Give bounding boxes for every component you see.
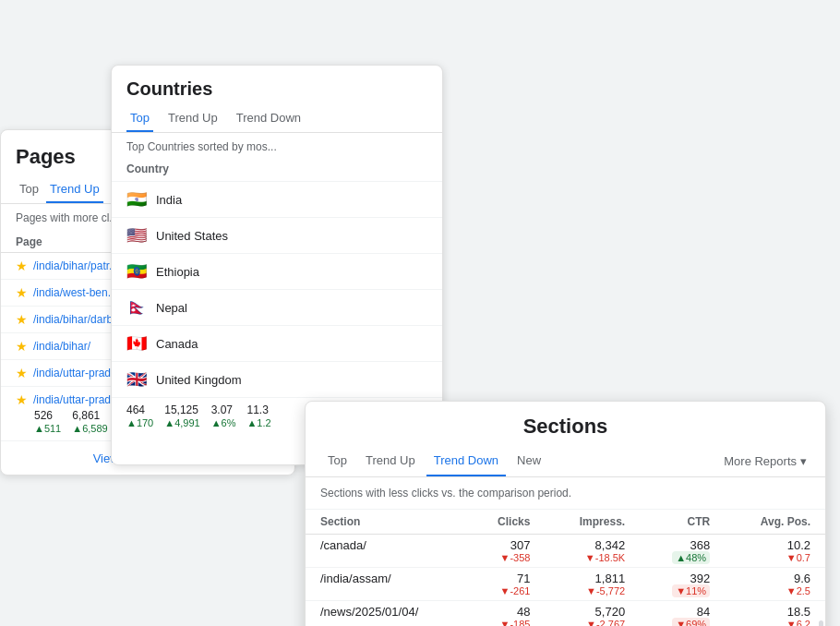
country-name: Nepal bbox=[156, 301, 427, 315]
star-icon: ★ bbox=[16, 392, 28, 407]
sections-tab-trendup[interactable]: Trend Up bbox=[358, 446, 423, 476]
country-name: United States bbox=[156, 229, 427, 243]
sections-table: Section Clicks Impress. CTR Avg. Pos. /c… bbox=[306, 510, 825, 626]
table-row: /news/2025/01/04/ 48 ▼-185 5,720 ▼-2,767… bbox=[306, 601, 825, 627]
countries-tab-top[interactable]: Top bbox=[126, 105, 153, 132]
avgpos-cell: 9.6 ▼2.5 bbox=[725, 568, 825, 601]
list-item: 🇬🇧 United Kingdom bbox=[112, 361, 442, 397]
sections-tab-new[interactable]: New bbox=[510, 446, 548, 476]
sections-title: Sections bbox=[306, 402, 825, 446]
india-flag: 🇮🇳 bbox=[126, 189, 147, 210]
country-name: Canada bbox=[156, 337, 427, 351]
avgpos-cell: 10.2 ▼0.7 bbox=[725, 535, 825, 568]
impress-cell: 8,342 ▼-18.5K bbox=[545, 535, 640, 568]
chevron-down-icon: ▾ bbox=[800, 454, 807, 468]
countries-title: Countries bbox=[112, 66, 442, 105]
table-row: /canada/ 307 ▼-358 8,342 ▼-18.5K 368 ▲48… bbox=[306, 535, 825, 568]
col-impress: Impress. bbox=[545, 510, 640, 535]
clicks-cell: 307 ▼-358 bbox=[466, 535, 545, 568]
ctr-cell: 392 ▼11% bbox=[640, 568, 725, 601]
more-reports-label: More Reports bbox=[724, 454, 797, 468]
more-reports-button[interactable]: More Reports ▾ bbox=[720, 447, 810, 476]
country-name: Ethiopia bbox=[156, 265, 427, 279]
pages-tab-top[interactable]: Top bbox=[16, 176, 42, 203]
countries-subtitle: Top Countries sorted by mos... bbox=[112, 133, 442, 161]
section-cell: /news/2025/01/04/ bbox=[306, 601, 466, 627]
canada-flag: 🇨🇦 bbox=[126, 333, 147, 354]
section-link[interactable]: /news/2025/01/04/ bbox=[320, 605, 451, 619]
list-item: 🇳🇵 Nepal bbox=[112, 289, 442, 325]
ethiopia-flag: 🇪🇹 bbox=[126, 261, 147, 282]
countries-col-header: Country bbox=[112, 161, 442, 181]
star-icon: ★ bbox=[16, 285, 28, 300]
col-clicks: Clicks bbox=[466, 510, 545, 535]
clicks-cell: 48 ▼-185 bbox=[466, 601, 545, 627]
list-item: 🇨🇦 Canada bbox=[112, 325, 442, 361]
sections-subtitle: Sections with less clicks vs. the compar… bbox=[306, 477, 825, 510]
sections-panel: Sections Top Trend Up Trend Down New Mor… bbox=[305, 401, 826, 626]
impress-cell: 5,720 ▼-2,767 bbox=[545, 601, 640, 627]
sections-scrollbar[interactable] bbox=[819, 620, 823, 626]
col-section: Section bbox=[306, 510, 466, 535]
sections-tabs: Top Trend Up Trend Down New More Reports… bbox=[306, 446, 825, 477]
section-link[interactable]: /india/assam/ bbox=[320, 572, 451, 585]
countries-tab-trenddown[interactable]: Trend Down bbox=[233, 105, 305, 132]
section-link[interactable]: /canada/ bbox=[320, 538, 451, 552]
countries-tab-trendup[interactable]: Trend Up bbox=[164, 105, 222, 132]
table-row: /india/assam/ 71 ▼-261 1,811 ▼-5,772 392… bbox=[306, 568, 825, 601]
col-ctr: CTR bbox=[640, 510, 725, 535]
list-item: 🇺🇸 United States bbox=[112, 217, 442, 253]
sections-tab-trenddown[interactable]: Trend Down bbox=[426, 446, 506, 476]
star-icon: ★ bbox=[16, 366, 28, 380]
star-icon: ★ bbox=[16, 312, 28, 327]
country-name: United Kingdom bbox=[156, 373, 427, 387]
star-icon: ★ bbox=[16, 259, 28, 273]
ctr-cell: 84 ▼69% bbox=[640, 601, 725, 627]
section-cell: /india/assam/ bbox=[306, 568, 466, 601]
list-item: 🇪🇹 Ethiopia bbox=[112, 253, 442, 289]
avgpos-cell: 18.5 ▼6.2 bbox=[725, 601, 825, 627]
nepal-flag: 🇳🇵 bbox=[126, 297, 147, 318]
star-icon: ★ bbox=[16, 339, 28, 354]
uk-flag: 🇬🇧 bbox=[126, 369, 147, 390]
pages-tab-trendup[interactable]: Trend Up bbox=[46, 176, 103, 203]
clicks-cell: 71 ▼-261 bbox=[466, 568, 545, 601]
us-flag: 🇺🇸 bbox=[126, 225, 147, 246]
list-item: 🇮🇳 India bbox=[112, 181, 442, 217]
section-cell: /canada/ bbox=[306, 535, 466, 568]
col-avgpos: Avg. Pos. bbox=[725, 510, 825, 535]
impress-cell: 1,811 ▼-5,772 bbox=[545, 568, 640, 601]
sections-tab-top[interactable]: Top bbox=[320, 446, 354, 476]
ctr-cell: 368 ▲48% bbox=[640, 535, 725, 568]
country-name: India bbox=[156, 193, 427, 207]
countries-tabs: Top Trend Up Trend Down bbox=[112, 105, 442, 133]
